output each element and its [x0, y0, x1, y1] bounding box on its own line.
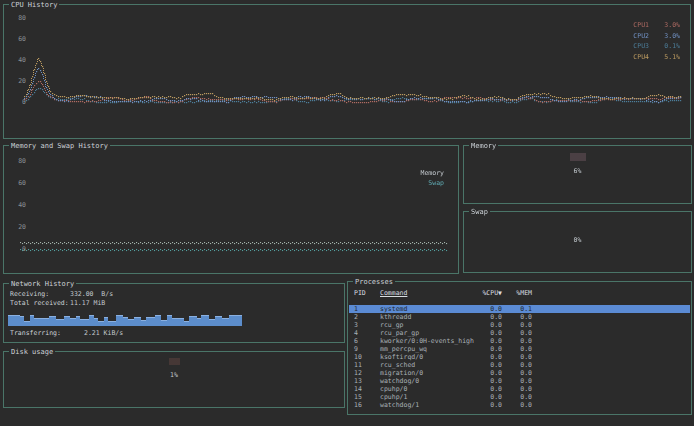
swap-gauge-value: 0%	[574, 236, 582, 244]
process-cpu: 0.0	[476, 377, 502, 385]
process-pid: 16	[354, 401, 380, 409]
cpu-legend: CPU13.0%CPU23.0%CPU30.1%CPU45.1%	[633, 20, 680, 62]
process-cpu: 0.0	[476, 321, 502, 329]
memory-swap-history-title: Memory and Swap History	[9, 142, 110, 150]
disk-gauge-value: 1%	[170, 371, 178, 379]
memory-swap-legend: Memory Swap	[421, 168, 444, 188]
memory-swap-history-panel: Memory and Swap History 806040200 Memory…	[3, 145, 459, 274]
process-command: rcu_sched	[380, 361, 476, 369]
col-header-cpu[interactable]: %CPU▼	[476, 289, 502, 297]
swap-legend-label: Swap	[421, 178, 444, 188]
process-command: mm_percpu_wq	[380, 345, 476, 353]
process-cpu: 0.0	[476, 353, 502, 361]
process-pid: 1	[354, 305, 380, 313]
process-row[interactable]: 4rcu_par_gp0.00.0	[349, 329, 690, 337]
process-command: ksoftirqd/0	[380, 353, 476, 361]
process-command: rcu_par_gp	[380, 329, 476, 337]
cpu-legend-value: 5.1%	[658, 52, 680, 63]
processes-panel: Processes PIDCommand%CPU▼%MEM 1systemd0.…	[347, 281, 692, 415]
process-row[interactable]: 9mm_percpu_wq0.00.0	[349, 345, 690, 353]
cpu-legend-label: CPU2	[633, 31, 649, 42]
process-row[interactable]: 12migration/00.00.0	[349, 369, 690, 377]
cpu-legend-value: 0.1%	[658, 41, 680, 52]
process-row[interactable]: 16watchdog/10.00.0	[349, 401, 690, 409]
process-cpu: 0.0	[476, 401, 502, 409]
process-cpu: 0.0	[476, 329, 502, 337]
process-mem: 0.0	[502, 329, 532, 337]
process-mem: 0.0	[502, 377, 532, 385]
memory-gauge-title: Memory	[469, 142, 498, 150]
process-mem: 0.0	[502, 353, 532, 361]
disk-gauge-block	[169, 358, 180, 365]
process-cpu: 0.0	[476, 345, 502, 353]
swap-gauge-panel: Swap 0%	[463, 211, 692, 273]
memory-gauge-block	[570, 153, 586, 161]
process-cpu: 0.0	[476, 393, 502, 401]
disk-usage-panel: Disk usage 1%	[3, 351, 345, 408]
process-row[interactable]: 6kworker/0:0H-events_high0.00.0	[349, 337, 690, 345]
total-received-value: 11.17 MiB	[70, 299, 105, 308]
process-cpu: 0.0	[476, 369, 502, 377]
cpu-history-title: CPU History	[9, 1, 59, 9]
process-cpu: 0.0	[476, 313, 502, 321]
process-command: kworker/0:0H-events_high	[380, 337, 476, 345]
cpu-history-panel: CPU History 806040200 CPU13.0%CPU23.0%CP…	[3, 4, 691, 139]
process-pid: 15	[354, 393, 380, 401]
network-history-panel: Network History Receiving: 332.00 B/s To…	[3, 283, 345, 343]
process-pid: 9	[354, 345, 380, 353]
network-history-title: Network History	[9, 280, 76, 288]
process-cpu: 0.0	[476, 305, 502, 313]
process-mem: 0.0	[502, 393, 532, 401]
receiving-value: 332.00 B/s	[70, 290, 113, 299]
transferring-line: Transferring: 2.21 KiB/s	[10, 329, 123, 338]
process-pid: 11	[354, 361, 380, 369]
cpu-legend-row: CPU45.1%	[633, 52, 680, 63]
process-row[interactable]: 13watchdog/00.00.0	[349, 377, 690, 385]
process-pid: 6	[354, 337, 380, 345]
process-mem: 0.0	[502, 345, 532, 353]
process-pid: 13	[354, 377, 380, 385]
process-pid: 2	[354, 313, 380, 321]
memory-legend-label: Memory	[421, 168, 444, 178]
process-pid: 14	[354, 385, 380, 393]
network-receive-chart	[8, 311, 342, 326]
process-mem: 0.0	[502, 361, 532, 369]
cpu-legend-value: 3.0%	[658, 31, 680, 42]
cpu-legend-label: CPU4	[633, 52, 649, 63]
cpu-legend-label: CPU1	[633, 20, 649, 31]
process-mem: 0.1	[502, 305, 532, 313]
process-cpu: 0.0	[476, 385, 502, 393]
col-header-pid[interactable]: PID	[354, 289, 380, 297]
process-command: rcu_gp	[380, 321, 476, 329]
process-command: migration/0	[380, 369, 476, 377]
processes-table: 1systemd0.00.12kthreadd0.00.03rcu_gp0.00…	[349, 305, 690, 409]
process-pid: 3	[354, 321, 380, 329]
memory-gauge-panel: Memory 6%	[463, 145, 692, 204]
process-command: cpuhp/1	[380, 393, 476, 401]
cpu-legend-row: CPU30.1%	[633, 41, 680, 52]
process-cpu: 0.0	[476, 337, 502, 345]
system-monitor-screen: CPU History 806040200 CPU13.0%CPU23.0%CP…	[0, 0, 694, 426]
process-row[interactable]: 15cpuhp/10.00.0	[349, 393, 690, 401]
col-header-command[interactable]: Command	[380, 289, 476, 297]
process-command: watchdog/1	[380, 401, 476, 409]
process-row[interactable]: 14cpuhp/00.00.0	[349, 385, 690, 393]
transferring-value: 2.21 KiB/s	[70, 329, 123, 338]
processes-header: PIDCommand%CPU▼%MEM	[349, 289, 690, 297]
process-row[interactable]: 2kthreadd0.00.0	[349, 313, 690, 321]
process-row[interactable]: 1systemd0.00.1	[349, 305, 690, 313]
process-row[interactable]: 3rcu_gp0.00.0	[349, 321, 690, 329]
process-mem: 0.0	[502, 401, 532, 409]
swap-gauge: 0%	[464, 236, 691, 244]
process-mem: 0.0	[502, 385, 532, 393]
receiving-label: Receiving:	[10, 290, 70, 299]
cpu-legend-label: CPU3	[633, 41, 649, 52]
cpu-history-chart	[22, 13, 686, 123]
cpu-legend-row: CPU13.0%	[633, 20, 680, 31]
process-mem: 0.0	[502, 313, 532, 321]
process-mem: 0.0	[502, 337, 532, 345]
process-row[interactable]: 11rcu_sched0.00.0	[349, 361, 690, 369]
process-row[interactable]: 10ksoftirqd/00.00.0	[349, 353, 690, 361]
col-header-mem[interactable]: %MEM	[502, 289, 532, 297]
memory-gauge-value: 6%	[574, 167, 582, 175]
